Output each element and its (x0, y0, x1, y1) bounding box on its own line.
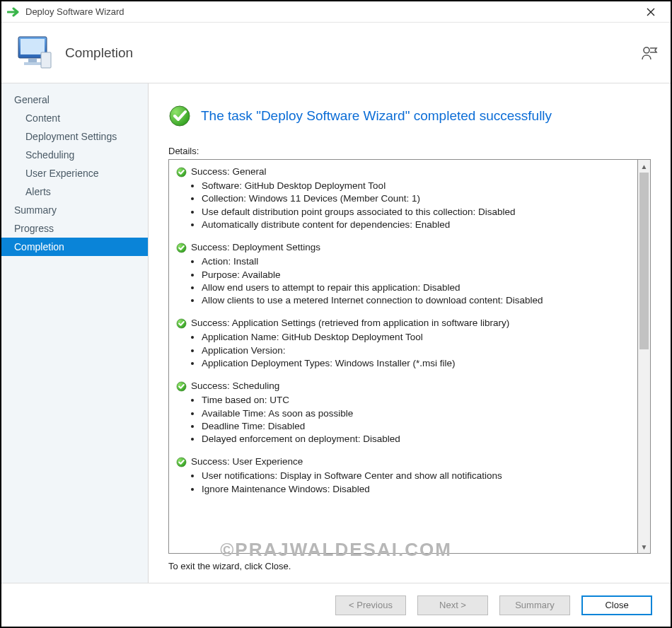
details-line: Allow clients to use a metered Internet … (202, 294, 630, 307)
scroll-down-icon[interactable]: ▼ (638, 540, 650, 553)
details-scrollbar[interactable]: ▲ ▼ (638, 159, 651, 554)
details-line: Deadline Time: Disabled (202, 420, 630, 433)
sidebar-item-progress[interactable]: Progress (1, 219, 148, 238)
details-section: Success: Deployment SettingsAction: Inst… (176, 241, 630, 307)
details-line: Use default distribution point groups as… (202, 206, 630, 219)
details-label: Details: (168, 146, 651, 156)
wizard-content: The task "Deploy Software Wizard" comple… (149, 83, 671, 583)
success-check-icon (176, 381, 187, 392)
details-section: Success: GeneralSoftware: GitHub Desktop… (176, 165, 630, 231)
details-line: Automatically distribute content for dep… (202, 219, 630, 231)
wizard-window: Deploy Software Wizard Com (0, 0, 672, 628)
summary-button: Summary (499, 595, 570, 615)
exit-hint: To exit the wizard, click Close. (168, 561, 651, 571)
svg-rect-4 (41, 52, 51, 68)
details-line: Purpose: Available (202, 269, 630, 281)
details-line: Software: GitHub Desktop Deployment Tool (202, 180, 630, 192)
details-section-list: Action: InstallPurpose: AvailableAllow e… (202, 255, 630, 307)
header-band: Completion (1, 23, 671, 83)
svg-rect-2 (28, 59, 37, 62)
details-line: Allow end users to attempt to repair thi… (202, 281, 630, 294)
svg-rect-3 (24, 62, 41, 65)
details-section-title: Success: Deployment Settings (191, 241, 320, 254)
sidebar-item-general[interactable]: General (1, 91, 148, 109)
svg-rect-1 (21, 39, 45, 54)
details-line: Ignore Maintenance Windows: Disabled (202, 483, 630, 496)
details-section: Success: Application Settings (retrieved… (176, 317, 630, 370)
details-line: Time based on: UTC (202, 394, 630, 407)
success-check-icon (176, 457, 187, 467)
sidebar-item-alerts[interactable]: Alerts (1, 182, 148, 201)
svg-point-5 (644, 47, 649, 53)
sidebar-item-user-experience[interactable]: User Experience (1, 164, 148, 182)
window-title: Deploy Software Wizard (25, 6, 124, 17)
details-line: Application Version: (202, 344, 630, 357)
details-section-head: Success: Scheduling (176, 380, 630, 392)
scroll-up-icon[interactable]: ▲ (638, 160, 650, 173)
success-check-icon (168, 105, 191, 127)
previous-button: < Previous (335, 595, 406, 615)
details-section-head: Success: Deployment Settings (176, 241, 630, 254)
titlebar: Deploy Software Wizard (1, 1, 671, 23)
wizard-footer: < Previous Next > Summary Close (1, 583, 671, 627)
details-section-title: Success: Application Settings (retrieved… (191, 317, 509, 330)
sidebar-item-content[interactable]: Content (1, 109, 148, 127)
details-line: Application Name: GitHub Desktop Deploym… (202, 331, 630, 344)
details-section: Success: SchedulingTime based on: UTCAva… (176, 380, 630, 446)
details-line: Delayed enforcement on deployment: Disab… (202, 433, 630, 446)
details-section-list: User notifications: Display in Software … (202, 470, 630, 495)
sidebar-item-completion[interactable]: Completion (1, 238, 148, 256)
details-section-head: Success: User Experience (176, 455, 630, 468)
success-headline: The task "Deploy Software Wizard" comple… (201, 108, 552, 124)
success-headline-row: The task "Deploy Software Wizard" comple… (168, 105, 651, 127)
details-line: Application Deployment Types: Windows In… (202, 357, 630, 370)
success-check-icon (176, 167, 187, 178)
details-box: Success: GeneralSoftware: GitHub Desktop… (168, 159, 638, 554)
sidebar-item-scheduling[interactable]: Scheduling (1, 146, 148, 164)
close-button[interactable]: Close (581, 595, 652, 615)
details-line: Action: Install (202, 255, 630, 268)
next-button: Next > (417, 595, 488, 615)
details-line: Collection: Windows 11 Devices (Member C… (202, 192, 630, 205)
page-title: Completion (65, 45, 133, 61)
app-arrow-icon (7, 6, 21, 18)
details-section-list: Application Name: GitHub Desktop Deploym… (202, 331, 630, 370)
details-section-title: Success: User Experience (191, 455, 303, 468)
success-check-icon (176, 243, 187, 253)
details-section-list: Time based on: UTCAvailable Time: As soo… (202, 394, 630, 446)
success-check-icon (176, 318, 187, 329)
sidebar-item-deployment-settings[interactable]: Deployment Settings (1, 127, 148, 146)
details-line: User notifications: Display in Software … (202, 470, 630, 482)
scroll-thumb[interactable] (639, 173, 649, 349)
details-section-head: Success: Application Settings (retrieved… (176, 317, 630, 330)
details-section-title: Success: General (191, 165, 267, 178)
details-section-list: Software: GitHub Desktop Deployment Tool… (202, 180, 630, 231)
wizard-monitor-icon (14, 33, 55, 74)
sidebar-item-summary[interactable]: Summary (1, 201, 148, 219)
details-section-head: Success: General (176, 165, 630, 178)
details-line: Available Time: As soon as possible (202, 407, 630, 420)
details-section-title: Success: Scheduling (191, 380, 279, 392)
feedback-icon[interactable] (641, 45, 658, 61)
details-section: Success: User ExperienceUser notificatio… (176, 455, 630, 496)
window-close-button[interactable] (637, 2, 665, 22)
wizard-sidebar: GeneralContentDeployment SettingsSchedul… (1, 83, 149, 583)
